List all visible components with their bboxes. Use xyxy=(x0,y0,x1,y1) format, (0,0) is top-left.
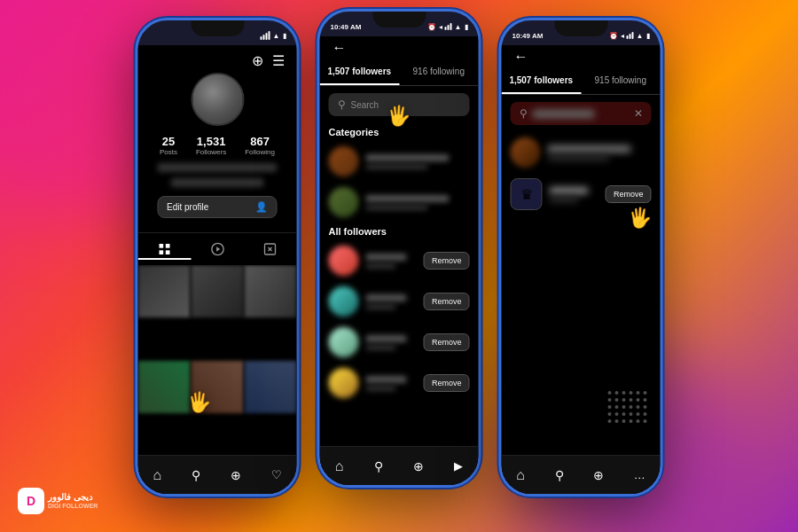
remove-button-3[interactable]: Remove xyxy=(424,333,470,351)
nav3-home[interactable]: ⌂ xyxy=(509,464,532,487)
svg-rect-1 xyxy=(166,244,170,248)
wifi-icon-3: ▲ xyxy=(637,32,644,40)
nav-search[interactable]: ⚲ xyxy=(184,465,207,486)
nav2-search[interactable]: ⚲ xyxy=(367,456,390,477)
follower-name-2 xyxy=(366,294,407,301)
nav2-add[interactable]: ⊕ xyxy=(406,456,431,477)
result-sub-1 xyxy=(548,155,610,160)
post-4[interactable] xyxy=(138,361,191,413)
signal-icon xyxy=(261,31,270,40)
phone3-tab-followers[interactable]: 1,507 followers xyxy=(502,68,582,94)
brand-logo: D دیجی فالوور DIGI FOLLOWER xyxy=(18,488,98,514)
remove-button-2[interactable]: Remove xyxy=(424,293,470,310)
post-5[interactable] xyxy=(192,361,244,413)
signal-icon-2 xyxy=(445,23,452,30)
profile-avatar xyxy=(191,73,244,126)
category-item-1[interactable] xyxy=(320,141,479,182)
content-tabs xyxy=(138,232,297,265)
location-icon-3: ◂ xyxy=(621,32,624,40)
tab-followers[interactable]: 1,507 followers xyxy=(320,59,400,85)
follower-info-4 xyxy=(366,376,417,391)
following-stat[interactable]: 867 Following xyxy=(245,135,275,156)
nav-favorites[interactable]: ♡ xyxy=(264,465,289,485)
followers-label: Followers xyxy=(196,148,226,156)
following-tab-label: 916 following xyxy=(413,66,465,76)
battery-icon-3: ▮ xyxy=(646,32,650,40)
tab-following[interactable]: 916 following xyxy=(399,59,479,85)
phone2-time: 10:49 AM xyxy=(331,23,362,31)
nav3-search[interactable]: ⚲ xyxy=(548,465,571,486)
category-sub-blur-2 xyxy=(366,205,428,210)
add-content-icon[interactable]: ⊕ xyxy=(252,52,263,69)
profile-section: 25 Posts 1,531 Followers 867 Following xyxy=(138,73,297,232)
follower-sub-2 xyxy=(366,304,396,309)
post-6[interactable] xyxy=(245,361,297,413)
post-2[interactable] xyxy=(192,265,244,317)
follower-info-2 xyxy=(366,294,417,309)
follower-info-3 xyxy=(366,335,417,350)
back-button[interactable]: ← xyxy=(332,40,347,56)
phone3-time: 10:49 AM xyxy=(512,32,544,40)
followers-count: 1,531 xyxy=(197,135,226,148)
phone1-screen: ⊕ ☰ 25 Posts 1,531 Followers xyxy=(138,45,297,494)
search-result-2[interactable]: ♛ Remove xyxy=(502,173,661,215)
phone3-search-bar[interactable]: ⚲ ✕ xyxy=(511,102,652,125)
follower-sub-4 xyxy=(366,386,396,391)
phone-1-profile: ▲ ▮ ⊕ ☰ 25 Posts xyxy=(136,18,300,497)
tab-reels[interactable] xyxy=(191,239,244,260)
battery-icon-2: ▮ xyxy=(465,23,468,31)
phone3-back-button[interactable]: ← xyxy=(514,49,528,65)
phone3-notch xyxy=(554,20,607,36)
category-info-1 xyxy=(366,154,470,169)
remove-button-4[interactable]: Remove xyxy=(424,374,470,392)
nav-home[interactable]: ⌂ xyxy=(145,464,168,487)
add-person-icon: 👤 xyxy=(255,201,268,213)
following-count: 867 xyxy=(250,135,270,148)
menu-icon[interactable]: ☰ xyxy=(272,52,285,69)
follower-name-3 xyxy=(366,335,407,342)
posts-count: 25 xyxy=(162,135,175,148)
logo-icon: D xyxy=(18,488,44,514)
phone3-header: ← xyxy=(502,45,661,68)
crown-icon: ♛ xyxy=(520,186,533,203)
alarm-icon-3: ⏰ xyxy=(609,32,618,40)
followers-tabs: 1,507 followers 916 following xyxy=(320,59,479,86)
nav3-partial[interactable]: … xyxy=(627,465,653,485)
tab-grid[interactable] xyxy=(138,239,192,260)
followers-tab-label: 1,507 followers xyxy=(327,66,391,76)
search-bar[interactable]: ⚲ Search xyxy=(329,93,470,116)
follower-row-4[interactable]: Remove xyxy=(320,363,479,403)
result-badge-avatar: ♛ xyxy=(511,178,543,210)
post-grid xyxy=(138,265,297,455)
category-name-blur-1 xyxy=(366,154,450,161)
post-1[interactable] xyxy=(138,265,191,317)
edit-profile-label: Edit profile xyxy=(167,202,208,212)
nav2-reels[interactable]: ▶ xyxy=(447,456,470,476)
location-icon: ◂ xyxy=(439,23,442,31)
nav3-add[interactable]: ⊕ xyxy=(586,465,611,486)
nav2-home[interactable]: ⌂ xyxy=(328,455,351,478)
category-item-2[interactable] xyxy=(320,182,479,223)
follower-row-1[interactable]: Remove xyxy=(320,240,479,281)
svg-rect-0 xyxy=(159,244,163,248)
tab-tagged[interactable] xyxy=(244,239,297,260)
search-result-1[interactable] xyxy=(502,132,661,173)
remove-button-result[interactable]: Remove xyxy=(606,185,652,203)
phone2-bottom-nav: ⌂ ⚲ ⊕ ▶ xyxy=(320,446,479,485)
post-3[interactable] xyxy=(245,265,297,317)
categories-title: Categories xyxy=(320,123,479,141)
follower-row-3[interactable]: Remove xyxy=(320,322,479,363)
remove-button-1[interactable]: Remove xyxy=(424,252,470,270)
follower-info-1 xyxy=(366,254,417,269)
phone-2-followers: 10:49 AM ⏰ ◂ ▲ ▮ ← 1,507 followers xyxy=(317,9,481,488)
phone3-tab-following[interactable]: 915 following xyxy=(581,68,661,94)
battery-icon: ▮ xyxy=(283,32,286,40)
edit-profile-button[interactable]: Edit profile 👤 xyxy=(157,196,278,218)
follower-sub-3 xyxy=(366,345,396,350)
nav-add[interactable]: ⊕ xyxy=(223,465,248,486)
follower-row-2[interactable]: Remove xyxy=(320,281,479,322)
all-followers-title: All followers xyxy=(320,223,479,240)
search-clear-button[interactable]: ✕ xyxy=(634,107,643,120)
phone2-header: ← xyxy=(320,36,479,59)
followers-stat[interactable]: 1,531 Followers xyxy=(196,135,226,156)
